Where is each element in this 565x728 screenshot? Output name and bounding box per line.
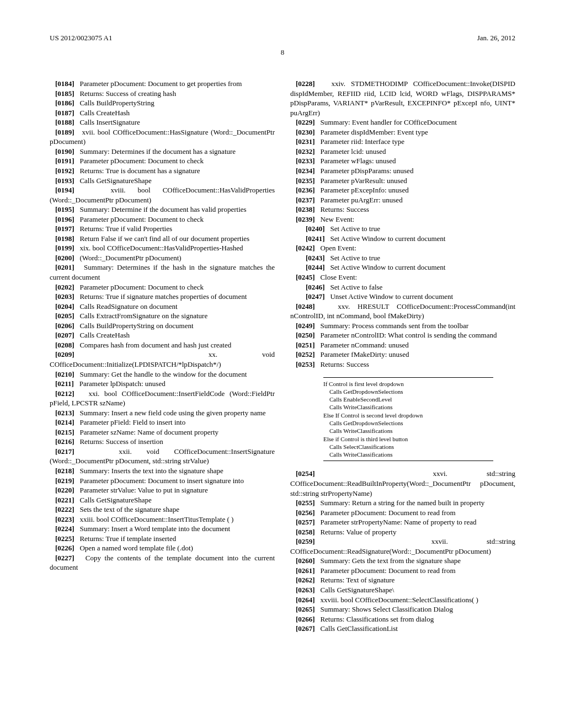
para: [0190] Summary: Determines if the docume… — [50, 147, 275, 157]
para: [0214] Parameter pField: Field to insert… — [50, 417, 275, 427]
right-column: [0228] xxiv. STDMETHODIMP COfficeDocumen… — [290, 79, 515, 634]
para: [0241] Set Active Window to current docu… — [300, 234, 515, 244]
para: [0204] Calls ReadSignature on document — [50, 302, 275, 312]
para: [0228] xxiv. STDMETHODIMP COfficeDocumen… — [290, 79, 515, 117]
para: [0250] Parameter nControlID: What contro… — [290, 330, 515, 340]
para: [0229] Summary: Event handler for COffic… — [290, 117, 515, 127]
para: [0265] Summary: Shows Select Classificat… — [290, 604, 515, 614]
para: [0186] Calls BuildPropertyString — [50, 98, 275, 108]
para: [0189] xvii. bool COfficeDocument::HasSi… — [50, 127, 275, 147]
para: [0249] Summary: Process commands sent fr… — [290, 321, 515, 331]
para: [0237] Parameter puArgErr: unused — [290, 195, 515, 205]
para: [0184] Parameter pDocument: Document to … — [50, 79, 275, 89]
para: [0242] Open Event: — [290, 243, 515, 253]
para: [0208] Compares hash from document and h… — [50, 340, 275, 350]
para: [0218] Summary: Inserts the text into th… — [50, 466, 275, 476]
para: [0221] Calls GetSignatureShape — [50, 495, 275, 505]
para: [0247] Unset Active Window to current do… — [300, 292, 515, 302]
para: [0194] xviii. bool COfficeDocument::HasV… — [50, 185, 275, 205]
para: [0226] Open a named word template file (… — [50, 543, 275, 553]
para: [0244] Set Active Window to current docu… — [300, 263, 515, 272]
para: [0185] Returns: Success of creating hash — [50, 89, 275, 99]
para: [0262] Returns: Text of signature — [290, 575, 515, 585]
para: [0251] Parameter nCommand: unused — [290, 340, 515, 350]
para: [0199] xix. bool COfficeDocument::HasVal… — [50, 243, 275, 253]
para: [0219] Parameter pDocument: Document to … — [50, 476, 275, 486]
para: [0264] xxviii. bool COfficeDocument::Sel… — [290, 595, 515, 605]
para: [0212] xxi. bool COfficeDocument::Insert… — [50, 389, 275, 408]
content-columns: [0184] Parameter pDocument: Document to … — [50, 79, 515, 634]
para: [0205] Calls ExtractFromSignature on the… — [50, 311, 275, 321]
para: [0210] Summary: Get the handle to the wi… — [50, 370, 275, 379]
para: [0206] Calls BuildPropertyString on docu… — [50, 321, 275, 331]
para: [0223] xxiii. bool COfficeDocument::Inse… — [50, 515, 275, 524]
para: [0220] Parameter strValue: Value to put … — [50, 485, 275, 495]
para: [0195] Summary: Determine if the documen… — [50, 205, 275, 215]
para: [0207] Calls CreateHash — [50, 330, 275, 340]
para: [0259] xxvii. std::string COfficeDocumen… — [290, 537, 515, 556]
para: [0196] Parameter pDocument: Document to … — [50, 215, 275, 224]
para: [0211] Parameter lpDispatch: unused — [50, 379, 275, 389]
para: [0235] Parameter pVarResult: unused — [290, 176, 515, 186]
para: [0236] Parameter pExcepInfo: unused — [290, 185, 515, 195]
para: [0202] Parameter pDocument: Document to … — [50, 282, 275, 292]
para: [0209] xx. void COfficeDocument::Initial… — [50, 350, 275, 369]
para: [0193] Calls GetSignatureShape — [50, 176, 275, 186]
para: [0230] Parameter dispIdMember: Event typ… — [290, 127, 515, 137]
page-number: 8 — [50, 47, 515, 57]
para: [0201] Summary: Determines if the hash i… — [50, 263, 275, 282]
para: [0224] Summary: Insert a Word template i… — [50, 524, 275, 534]
para: [0231] Parameter riid: Interface type — [290, 137, 515, 147]
para: [0245] Close Event: — [290, 272, 515, 282]
para: [0267] Calls GetClassificationList — [290, 624, 515, 634]
left-column: [0184] Parameter pDocument: Document to … — [50, 79, 275, 634]
para: [0255] Summary: Return a string for the … — [290, 498, 515, 508]
para: [0239] New Event: — [290, 215, 515, 224]
para: [0232] Parameter lcid: unused — [290, 147, 515, 157]
publication-number: US 2012/0023075 A1 — [50, 33, 112, 43]
para: [0243] Set Active to true — [300, 253, 515, 263]
para: [0257] Parameter strPropertyName: Name o… — [290, 517, 515, 527]
para: [0198] Return False if we can't find all… — [50, 234, 275, 244]
para: [0258] Returns: Value of property — [290, 527, 515, 537]
para: [0266] Returns: Classifications set from… — [290, 614, 515, 624]
para: [0233] Parameter wFlags: unused — [290, 156, 515, 166]
para: [0254] xxvi. std::string COfficeDocument… — [290, 469, 515, 498]
para: [0200] (Word::_DocumentPtr pDocument) — [50, 253, 275, 263]
para: [0240] Set Active to true — [300, 224, 515, 234]
para: [0252] Parameter fMakeDirty: unused — [290, 350, 515, 360]
para: [0225] Returns: True if template inserte… — [50, 534, 275, 544]
para: [0261] Parameter pDocument: Document to … — [290, 566, 515, 576]
para: [0217] xxii. void COfficeDocument::Inser… — [50, 447, 275, 466]
para: [0234] Parameter pDispParams: unused — [290, 166, 515, 176]
pseudocode-block: If Control is first level dropdown Calls… — [323, 377, 493, 462]
para: [0203] Returns: True if signature matche… — [50, 292, 275, 302]
para: [0248] xxv. HRESULT COfficeDocument::Pro… — [290, 302, 515, 321]
para: [0187] Calls CreateHash — [50, 108, 275, 118]
para: [0256] Parameter pDocument: Document to … — [290, 508, 515, 518]
para: [0222] Sets the text of the signature sh… — [50, 505, 275, 515]
para: [0260] Summary: Gets the text from the s… — [290, 556, 515, 566]
para: [0191] Parameter pDocument: Document to … — [50, 156, 275, 166]
para: [0246] Set Active to false — [300, 282, 515, 292]
para: [0192] Returns: True is document has a s… — [50, 166, 275, 176]
para: [0216] Returns: Success of insertion — [50, 437, 275, 447]
publication-date: Jan. 26, 2012 — [477, 33, 515, 43]
para: [0238] Returns: Success — [290, 205, 515, 215]
para: [0213] Summary: Insert a new field code … — [50, 408, 275, 418]
para: [0215] Parameter szName: Name of documen… — [50, 427, 275, 437]
page-header: US 2012/0023075 A1 Jan. 26, 2012 — [50, 33, 515, 43]
para: [0263] Calls GetSignatureShape\ — [290, 585, 515, 595]
para: [0227] Copy the contents of the template… — [50, 553, 275, 572]
para: [0188] Calls InsertSignature — [50, 117, 275, 127]
para: [0253] Returns: Success — [290, 360, 515, 370]
para: [0197] Returns: True if valid Properties — [50, 224, 275, 234]
